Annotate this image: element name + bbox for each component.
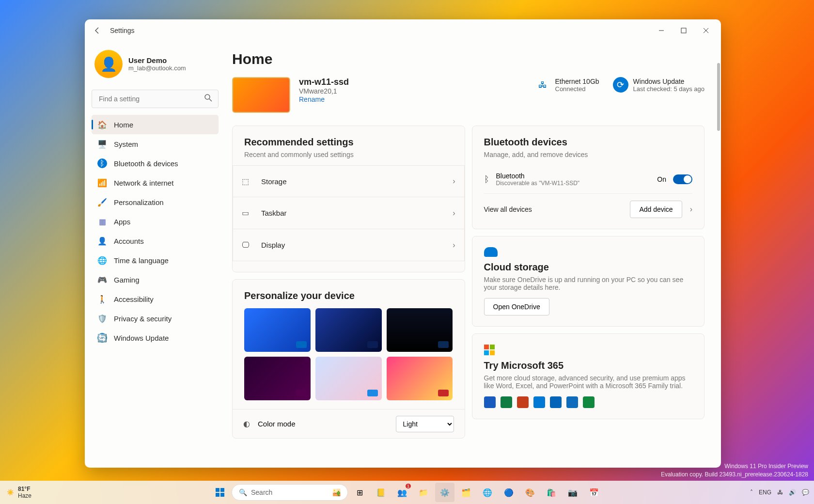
bluetooth-toggle[interactable] bbox=[673, 174, 692, 184]
color-mode-select[interactable]: Light bbox=[396, 416, 454, 432]
avatar: 👤 bbox=[94, 50, 123, 78]
taskbar-edge[interactable]: 🌐 bbox=[478, 483, 497, 502]
bluetooth-toggle-row: ᛒ Bluetooth Discoverable as "VM-W11-SSD"… bbox=[484, 165, 693, 194]
sidebar-item-apps[interactable]: ▦Apps bbox=[92, 212, 219, 231]
bluetooth-card: Bluetooth devices Manage, add, and remov… bbox=[472, 126, 705, 229]
taskbar-explorer[interactable]: 🗂️ bbox=[456, 483, 476, 502]
color-mode-icon: ◐ bbox=[243, 419, 250, 428]
nav-icon: 🏠 bbox=[97, 120, 107, 129]
user-account-header[interactable]: 👤 User Demo m_lab@outlook.com bbox=[92, 45, 219, 88]
close-button[interactable] bbox=[695, 21, 717, 40]
bluetooth-discoverable: Discoverable as "VM-W11-SSD" bbox=[496, 180, 651, 187]
taskbar-chrome[interactable]: 🔵 bbox=[499, 483, 518, 502]
network-status[interactable]: 🖧 Ethernet 10GbConnected bbox=[535, 77, 599, 93]
taskbar-settings[interactable]: ⚙️ bbox=[435, 483, 454, 502]
scrollbar[interactable] bbox=[717, 63, 720, 464]
theme-taskbar-preview bbox=[438, 390, 449, 396]
minimize-button[interactable] bbox=[650, 21, 673, 40]
weather-widget[interactable]: ☀️ 81°FHaze bbox=[7, 486, 31, 499]
cloud-title: Cloud storage bbox=[484, 262, 693, 273]
sidebar-item-privacy-security[interactable]: 🛡️Privacy & security bbox=[92, 309, 219, 328]
nav-icon: ▦ bbox=[97, 217, 107, 226]
nav-label: Time & language bbox=[114, 256, 169, 265]
settings-search bbox=[92, 90, 219, 108]
volume-tray-icon[interactable]: 🔊 bbox=[789, 489, 796, 496]
sidebar-item-accounts[interactable]: 👤Accounts bbox=[92, 231, 219, 251]
start-button[interactable] bbox=[210, 483, 230, 502]
settings-nav: 🏠Home🖥️SystemᛒBluetooth & devices📶Networ… bbox=[92, 115, 219, 347]
maximize-button[interactable] bbox=[673, 21, 695, 40]
wallpaper-thumbnail[interactable] bbox=[232, 77, 290, 113]
sidebar-item-time-language[interactable]: 🌐Time & language bbox=[92, 251, 219, 270]
recommended-item-taskbar[interactable]: ▭Taskbar› bbox=[233, 197, 465, 229]
task-view-button[interactable]: ⊞ bbox=[350, 483, 369, 502]
taskbar-search[interactable]: 🔍Search🏜️ bbox=[232, 484, 348, 501]
rename-link[interactable]: Rename bbox=[299, 95, 325, 103]
recommended-item-storage[interactable]: ⬚Storage› bbox=[233, 165, 465, 197]
left-column: Recommended settings Recent and commonly… bbox=[232, 126, 465, 439]
back-button[interactable] bbox=[89, 22, 106, 39]
nav-label: Accessibility bbox=[114, 295, 154, 303]
open-onedrive-button[interactable]: Open OneDrive bbox=[484, 298, 549, 315]
taskbar-app[interactable]: 🎨 bbox=[520, 483, 540, 502]
sidebar-item-bluetooth-devices[interactable]: ᛒBluetooth & devices bbox=[92, 154, 219, 173]
settings-window: Settings 👤 User Demo m_lab@outlook.com 🏠… bbox=[85, 19, 721, 468]
sidebar-item-accessibility[interactable]: 🚶Accessibility bbox=[92, 289, 219, 309]
taskbar-store[interactable]: 🛍️ bbox=[542, 483, 561, 502]
theme-option-2[interactable] bbox=[387, 308, 453, 352]
m365-card: Try Microsoft 365 Get more cloud storage… bbox=[472, 333, 705, 419]
theme-option-0[interactable] bbox=[244, 308, 311, 352]
taskbar-app[interactable]: 📅 bbox=[584, 483, 604, 502]
taskbar-app[interactable]: 👥1 bbox=[392, 483, 412, 502]
titlebar: Settings bbox=[85, 19, 721, 41]
nav-label: Bluetooth & devices bbox=[114, 159, 178, 168]
sidebar-item-personalization[interactable]: 🖌️Personalization bbox=[92, 192, 219, 212]
setting-icon: ▭ bbox=[242, 208, 253, 218]
taskbar-search-label: Search bbox=[251, 488, 272, 496]
network-tray-icon[interactable]: 🖧 bbox=[777, 489, 783, 496]
bluetooth-state: On bbox=[657, 175, 666, 183]
color-mode-row[interactable]: ◐ Color mode Light bbox=[233, 409, 465, 438]
sidebar-item-home[interactable]: 🏠Home bbox=[92, 115, 219, 134]
sidebar-item-system[interactable]: 🖥️System bbox=[92, 134, 219, 154]
device-name: vm-w11-ssd bbox=[299, 77, 526, 87]
theme-option-5[interactable] bbox=[387, 357, 453, 400]
theme-taskbar-preview bbox=[296, 341, 307, 348]
theme-option-1[interactable] bbox=[315, 308, 382, 352]
theme-taskbar-preview bbox=[296, 390, 307, 396]
watermark: Windows 11 Pro Insider Preview Evaluatio… bbox=[661, 462, 808, 479]
search-input[interactable] bbox=[92, 90, 219, 108]
theme-taskbar-preview bbox=[367, 341, 378, 348]
theme-option-3[interactable] bbox=[244, 357, 311, 400]
chevron-right-icon[interactable]: › bbox=[690, 205, 692, 214]
sidebar-item-windows-update[interactable]: 🔄Windows Update bbox=[92, 328, 219, 347]
search-icon: 🔍 bbox=[239, 488, 247, 496]
notification-tray-icon[interactable]: 💬 bbox=[802, 489, 809, 496]
view-all-devices-link[interactable]: View all devices bbox=[484, 205, 623, 213]
taskbar-app[interactable]: 📒 bbox=[371, 483, 391, 502]
m365-desc: Get more cloud storage, advanced securit… bbox=[484, 374, 693, 390]
window-title: Settings bbox=[110, 27, 135, 34]
sidebar-item-network-internet[interactable]: 📶Network & internet bbox=[92, 173, 219, 192]
nav-label: Gaming bbox=[114, 276, 140, 284]
device-model: VMware20,1 bbox=[299, 87, 526, 95]
theme-taskbar-preview bbox=[367, 390, 378, 396]
tray-lang[interactable]: ENG bbox=[759, 489, 771, 496]
m365-app-icon bbox=[533, 396, 545, 408]
m365-app-icon bbox=[566, 396, 578, 408]
recommended-item-display[interactable]: 🖵Display› bbox=[233, 229, 465, 261]
taskbar-app[interactable]: 📁 bbox=[414, 483, 433, 502]
taskbar: ☀️ 81°FHaze 🔍Search🏜️ ⊞ 📒 👥1 📁 ⚙️ 🗂️ 🌐 🔵… bbox=[0, 481, 814, 504]
nav-label: Windows Update bbox=[114, 334, 169, 342]
nav-label: Apps bbox=[114, 218, 130, 226]
add-device-button[interactable]: Add device bbox=[630, 201, 682, 218]
tray-chevron-icon[interactable]: ˄ bbox=[750, 489, 753, 496]
nav-label: Accounts bbox=[114, 237, 144, 245]
nav-icon: 🖥️ bbox=[97, 139, 107, 149]
setting-label: Taskbar bbox=[261, 209, 445, 217]
nav-icon: 👤 bbox=[97, 236, 107, 246]
update-status[interactable]: ⟳ Windows UpdateLast checked: 5 days ago bbox=[613, 77, 704, 93]
theme-option-4[interactable] bbox=[315, 357, 382, 400]
sidebar-item-gaming[interactable]: 🎮Gaming bbox=[92, 270, 219, 289]
taskbar-app[interactable]: 📷 bbox=[563, 483, 582, 502]
